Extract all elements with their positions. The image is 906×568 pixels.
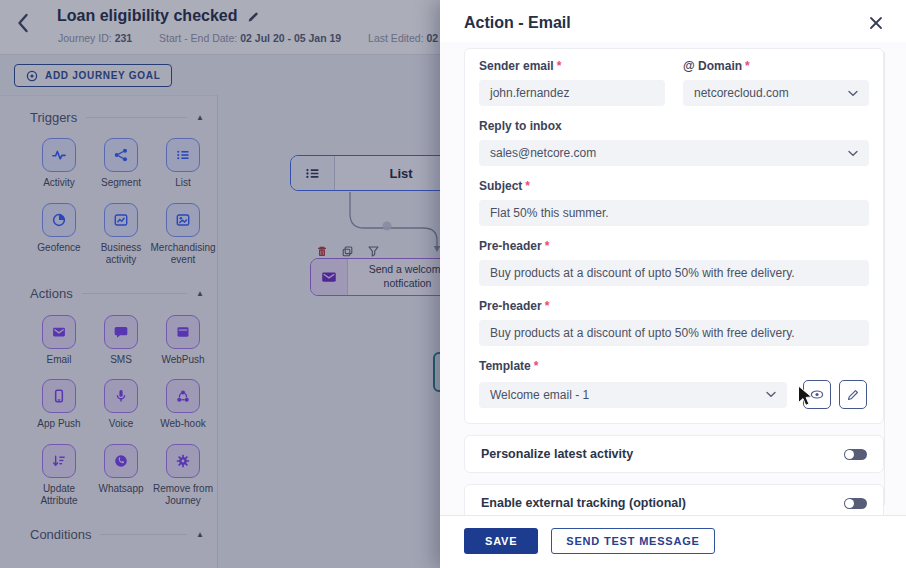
save-button[interactable]: SAVE (464, 528, 538, 554)
pre-header-field-2: Pre-header* Buy products at a discount o… (479, 299, 869, 346)
template-select[interactable]: Welcome email - 1 (479, 382, 787, 408)
reply-to-inbox-label: Reply to inbox (479, 119, 562, 133)
pencil-icon (847, 389, 859, 401)
sender-email-field: Sender email* john.fernandez (479, 59, 665, 106)
chevron-down-icon (766, 391, 776, 398)
pre-header-input-1[interactable]: Buy products at a discount of upto 50% w… (479, 260, 869, 286)
close-icon[interactable] (869, 16, 883, 30)
edit-template-button[interactable] (839, 380, 867, 409)
scrollbar[interactable] (884, 52, 885, 505)
subject-field: Subject* Flat 50% this summer. (479, 179, 869, 226)
external-tracking-toggle[interactable] (844, 498, 867, 509)
chevron-down-icon (848, 150, 858, 157)
pre-header-label: Pre-header (479, 239, 542, 253)
domain-field: @ Domain* netcorecloud.com (683, 59, 869, 106)
required-mark: * (745, 59, 750, 73)
pre-header-label: Pre-header (479, 299, 542, 313)
personalize-activity-label: Personalize latest activity (481, 447, 633, 461)
domain-select[interactable]: netcorecloud.com (683, 80, 869, 106)
external-tracking-card: Enable external tracking (optional) (464, 484, 884, 515)
required-mark: * (557, 59, 562, 73)
subject-input[interactable]: Flat 50% this summer. (479, 200, 869, 226)
preview-template-button[interactable] (803, 380, 831, 409)
personalize-activity-card: Personalize latest activity (464, 435, 884, 473)
send-test-message-button[interactable]: SEND TEST MESSAGE (551, 528, 714, 554)
required-mark: * (545, 239, 550, 253)
overlay-scrim (0, 0, 440, 568)
required-mark: * (525, 179, 530, 193)
reply-to-inbox-field: Reply to inbox sales@netcore.com (479, 119, 869, 166)
chevron-down-icon (848, 90, 858, 97)
email-form-card: Sender email* john.fernandez @ Domain* n… (464, 48, 884, 424)
external-tracking-label: Enable external tracking (optional) (481, 496, 686, 510)
reply-to-inbox-select[interactable]: sales@netcore.com (479, 140, 869, 166)
required-mark: * (545, 299, 550, 313)
panel-title: Action - Email (464, 14, 571, 32)
personalize-activity-toggle[interactable] (844, 449, 867, 460)
journey-builder-screen: Loan eligibility checked Journey ID: 231… (0, 0, 906, 568)
panel-footer: SAVE SEND TEST MESSAGE (440, 515, 906, 568)
left-region: Loan eligibility checked Journey ID: 231… (0, 0, 440, 568)
panel-body: Sender email* john.fernandez @ Domain* n… (440, 42, 906, 515)
required-mark: * (534, 359, 539, 373)
panel-header: Action - Email (440, 0, 906, 42)
template-label: Template (479, 359, 531, 373)
domain-label: @ Domain (683, 59, 742, 73)
subject-label: Subject (479, 179, 522, 193)
action-email-panel: Action - Email Sender email* john.fernan… (440, 0, 906, 568)
sender-email-input[interactable]: john.fernandez (479, 80, 665, 106)
sender-email-label: Sender email (479, 59, 554, 73)
pre-header-field-1: Pre-header* Buy products at a discount o… (479, 239, 869, 286)
template-field: Template* Welcome email - 1 (479, 359, 869, 409)
eye-icon (810, 390, 824, 399)
pre-header-input-2[interactable]: Buy products at a discount of upto 50% w… (479, 320, 869, 346)
